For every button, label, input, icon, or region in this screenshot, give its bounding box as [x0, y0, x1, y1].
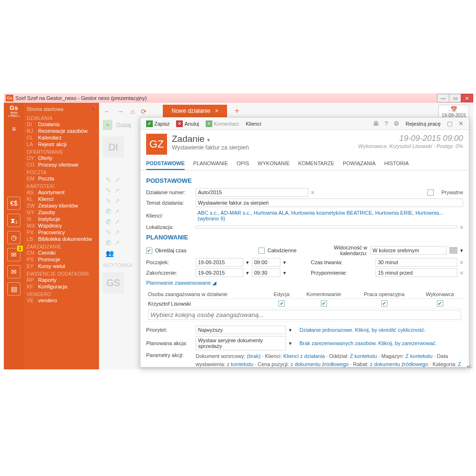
sidebar-item[interactable]: CLKalendarz: [27, 134, 99, 141]
input-end-date[interactable]: 19-09-2015: [196, 268, 243, 277]
stopwatch-icon[interactable]: ◷: [7, 231, 20, 244]
checkbox-private[interactable]: [427, 189, 434, 196]
sidebar-item[interactable]: ASAsortyment: [27, 189, 99, 196]
input-location[interactable]: [196, 226, 457, 228]
select-planned-action[interactable]: Wystaw seryjnie dokumenty sprzedaży: [196, 336, 286, 350]
sidebar-item[interactable]: VEvendero: [27, 297, 99, 304]
sidebar-item[interactable]: CNCenniki: [27, 249, 99, 256]
sidebar-item[interactable]: DIDziałania: [27, 121, 99, 128]
maximize-dialog-icon[interactable]: ▢: [445, 119, 455, 128]
checkbox-allday[interactable]: [258, 248, 265, 254]
checkbox-comment[interactable]: ✔: [321, 300, 327, 307]
sidebar-item[interactable]: EYKursy walut: [27, 263, 99, 269]
checkbox-opwork[interactable]: ✔: [381, 300, 387, 307]
input-end-time[interactable]: 09:30: [252, 268, 280, 277]
select-priority[interactable]: Najwyższy: [196, 326, 286, 334]
input-duration[interactable]: 30 minut: [376, 258, 457, 267]
sidebar-item[interactable]: COProcesy ofertowe: [27, 161, 99, 168]
maximize-button[interactable]: ▭: [449, 94, 461, 102]
dialog-meta: 19-09-2015 09:00 Wykonawca: Krzysztof Li…: [358, 134, 463, 149]
mail-icon[interactable]: ✉: [7, 265, 20, 278]
link-reserve[interactable]: Brak zarezerwowanych zasobów. Kliknij, b…: [299, 340, 437, 346]
input-start-time[interactable]: 09:00: [252, 258, 280, 267]
nav-group-header: EWIDENCJE DODATKOWE: [27, 271, 99, 277]
input-reminder[interactable]: 15 minut przed: [376, 268, 457, 277]
sidebar-item[interactable]: KLKlienci: [27, 196, 99, 202]
sidebar-item[interactable]: IXInstytucje: [27, 216, 99, 222]
input-start-date[interactable]: 19-09-2015: [196, 258, 243, 267]
save-button[interactable]: ✔Zapisz: [143, 119, 172, 128]
nav-group-header: KARTOTEKI: [27, 184, 99, 189]
input-topic[interactable]: Wystawienie faktur za sierpień: [196, 198, 463, 207]
dialog-tab[interactable]: KOMENTARZE: [298, 158, 335, 170]
dialog-tab[interactable]: POWIĄZANIA: [343, 158, 376, 170]
nav-group-header: ZARZĄDZANIE: [27, 244, 99, 249]
sidebar-item[interactable]: LBBiblioteka dokumentów: [27, 236, 99, 242]
sidebar-item[interactable]: RJRezerwacje zasobów: [27, 128, 99, 134]
gear-icon[interactable]: ⚙: [391, 119, 402, 128]
people-table: Osoba zaangażowana w działanieEdycjaKome…: [146, 290, 463, 322]
icon-rail: Gsnexo• PRO • ≡ €$ ⧗₂ ◷ ✉1 ✉ ▤: [4, 103, 24, 369]
tab-new-action[interactable]: Nowe działanie×: [163, 105, 227, 117]
nav-start-page[interactable]: Strona startowa📌: [27, 105, 99, 114]
nav-list: Strona startowa📌 DZIAŁANIADIDziałaniaRJR…: [24, 103, 99, 369]
link-advanced-planning[interactable]: Planowanie zaawansowane ◢: [146, 280, 216, 286]
nav-home-icon[interactable]: ⌂: [129, 106, 136, 117]
sidebar-item[interactable]: OYOferty: [27, 155, 99, 161]
dialog-tab[interactable]: PODSTAWOWE: [146, 158, 185, 170]
sidebar-item[interactable]: GYZasoby: [27, 209, 99, 216]
dialog-title: Zadanie ▾: [172, 134, 249, 144]
sidebar-item[interactable]: KFKonfiguracja: [27, 283, 99, 290]
checkbox-edit[interactable]: ✔: [278, 300, 285, 307]
close-dialog-icon[interactable]: ✕: [456, 119, 466, 128]
cancel-button[interactable]: ✕Anuluj: [173, 119, 202, 128]
sidebar-item[interactable]: LARejestr akcji: [27, 141, 99, 148]
action-parameters[interactable]: Dokument wzorcowy: (brak) · Klienci: Kli…: [196, 352, 463, 367]
dialog-tab[interactable]: WYKONANIE: [258, 158, 289, 170]
clients-button[interactable]: Klienci: [243, 120, 264, 128]
content-area: ← → ⌂ ⟳ Nowe działanie× + 18-09-2015 ⋮ ＋…: [99, 103, 473, 369]
dialog-toolbar: ✔Zapisz ✕Anuluj +Komentarz Klienci 🖶 ? ⚙…: [140, 118, 469, 130]
dialog-tab[interactable]: HISTORIA: [384, 158, 409, 170]
menu-icon[interactable]: ≡: [7, 122, 20, 136]
calendar-rail-icon[interactable]: ⧗₂: [7, 214, 20, 227]
bg-icon-column: ✎↗✎↗✎↗ ✆↗✆↗ ✎↗✆↗ 👥: [106, 176, 120, 257]
section-basic-header: PODSTAWOWE: [146, 177, 463, 184]
color-swatch[interactable]: [449, 247, 457, 254]
checkbox-definetime[interactable]: ✔: [146, 248, 152, 254]
sidebar-item[interactable]: PXPracownicy: [27, 229, 99, 236]
select-visibility[interactable]: W kolorze srebrnym: [370, 246, 446, 255]
help-icon[interactable]: ?: [382, 119, 390, 128]
print-icon[interactable]: 🖶: [370, 119, 381, 128]
dialog-header: GZ Zadanie ▾ Wystawienie faktur za sierp…: [140, 130, 469, 158]
label-location: Lokalizacja:: [146, 224, 193, 230]
register-work-button[interactable]: Rejestruj pracę: [403, 120, 444, 128]
menu-dots-icon[interactable]: ⋮: [446, 109, 453, 118]
checkbox-executor[interactable]: ✔: [437, 300, 443, 307]
link-oneoff[interactable]: Działanie jednorazowe. Kliknij, by okreś…: [299, 327, 426, 333]
sidebar-item[interactable]: RPRaporty: [27, 277, 99, 283]
dialog-tab[interactable]: PLANOWANIE: [193, 158, 228, 170]
tab-add-icon[interactable]: +: [230, 105, 244, 117]
sidebar-item[interactable]: EMPoczta: [27, 175, 99, 182]
nav-back-icon[interactable]: ←: [102, 106, 112, 117]
comment-button[interactable]: +Komentarz: [203, 119, 242, 128]
sidebar-item[interactable]: ZWZestawy klientów: [27, 202, 99, 209]
nav-group-header: OFERTOWANIE: [27, 149, 99, 155]
sidebar-item[interactable]: WXWspólnicy: [27, 222, 99, 229]
input-add-person[interactable]: [148, 310, 461, 320]
logo: Gsnexo• PRO •: [8, 105, 20, 118]
nav-refresh-icon[interactable]: ⟳: [139, 106, 149, 117]
link-clients[interactable]: ABC s.c., AD-MAR s.c., Hurtownia ALA, Hu…: [196, 209, 463, 222]
minimize-button[interactable]: —: [437, 94, 449, 102]
dialog-tab[interactable]: OPIS: [237, 158, 249, 170]
sidebar-item[interactable]: PSPromocje: [27, 256, 99, 263]
nav-forward-icon[interactable]: →: [115, 106, 126, 117]
zoom-indicator[interactable]: +/-: [466, 364, 472, 369]
input-number[interactable]: Auto/2015: [196, 188, 308, 197]
mail-with-badge-icon[interactable]: ✉1: [7, 248, 20, 261]
currency-icon[interactable]: €$: [7, 197, 20, 210]
certificate-icon[interactable]: ▤: [7, 282, 20, 296]
tab-close-icon[interactable]: ×: [215, 108, 218, 114]
close-button[interactable]: ✕: [461, 94, 473, 102]
